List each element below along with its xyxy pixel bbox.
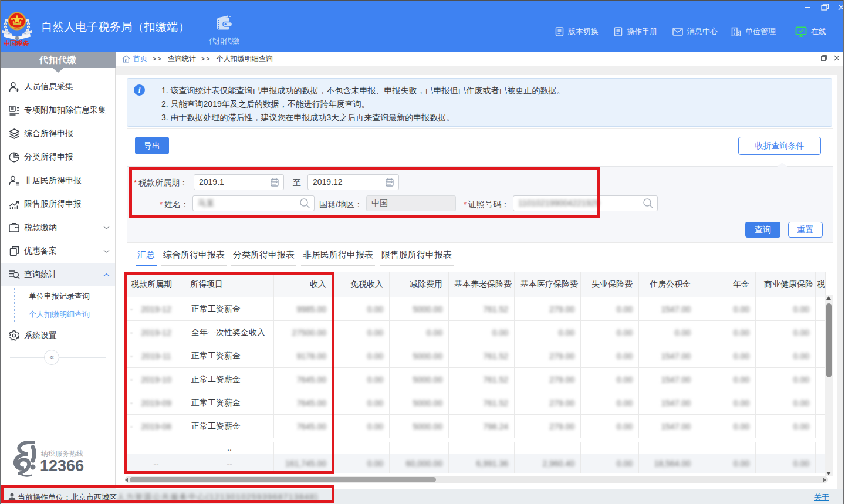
svg-text:中国税务: 中国税务	[4, 40, 29, 46]
